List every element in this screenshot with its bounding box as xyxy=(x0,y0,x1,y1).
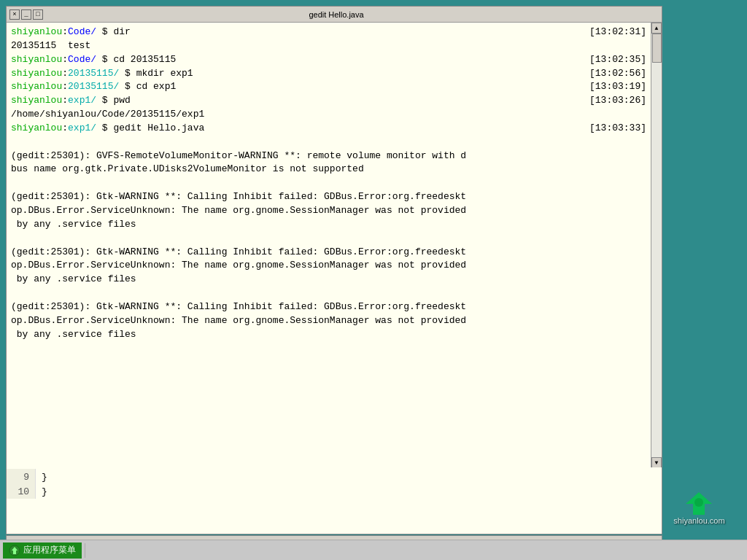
terminal-body: shiyanlou:Code/ $ dir[13:02:31] 20135115… xyxy=(7,23,662,468)
titlebar-buttons: × _ □ xyxy=(9,9,43,20)
warning-line: (gedit:25301): Gtk-WARNING **: Calling I… xyxy=(11,246,646,287)
line-number: 10 xyxy=(7,485,29,499)
terminal-line xyxy=(11,136,646,149)
watermark-icon xyxy=(683,491,716,516)
taskbar: 应用程序菜单 xyxy=(0,540,747,560)
terminal-line xyxy=(11,287,646,300)
maximize-button[interactable]: □ xyxy=(33,9,43,20)
line-number: 9 xyxy=(7,470,29,485)
scroll-thumb[interactable] xyxy=(652,34,662,63)
app-menu-icon xyxy=(9,545,20,556)
scroll-track[interactable] xyxy=(651,34,662,457)
code-line: } xyxy=(42,485,47,499)
minimize-button[interactable]: _ xyxy=(21,9,31,20)
terminal-line: shiyanlou:20135115/ $ cd exp1[13:03:19] xyxy=(11,80,646,94)
terminal-content[interactable]: shiyanlou:Code/ $ dir[13:02:31] 20135115… xyxy=(7,23,651,468)
window-title: gedit Hello.java xyxy=(309,10,363,19)
terminal-line: shiyanlou:20135115/ $ mkdir exp1[13:02:5… xyxy=(11,67,646,81)
editor-content: 9 10 } } xyxy=(7,467,662,499)
terminal-line: shiyanlou:exp1/ $ pwd[13:03:26] xyxy=(11,94,646,108)
scroll-up-button[interactable]: ▲ xyxy=(651,23,662,34)
watermark-logo: shiyanlou.com xyxy=(657,491,741,525)
warning-line: (gedit:25301): Gtk-WARNING **: Calling I… xyxy=(11,190,646,232)
app-menu-label: 应用程序菜单 xyxy=(23,544,76,556)
warning-line: (gedit:25301): GVFS-RemoteVolumeMonitor-… xyxy=(11,149,646,177)
terminal-line xyxy=(11,176,646,190)
app-menu-button[interactable]: 应用程序菜单 xyxy=(3,542,82,559)
watermark: shiyanlou.com xyxy=(657,491,741,534)
editor-bottom: 9 10 } } xyxy=(6,467,662,534)
scrollbar[interactable]: ▲ ▼ xyxy=(651,23,662,468)
terminal-window: × _ □ gedit Hello.java shiyanlou:Code/ $… xyxy=(6,6,662,469)
svg-point-1 xyxy=(694,498,703,507)
terminal-line: shiyanlou:Code/ $ dir[13:02:31] xyxy=(11,26,646,39)
watermark-text: shiyanlou.com xyxy=(673,516,724,525)
code-line: } xyxy=(42,470,47,485)
terminal-line: shiyanlou:Code/ $ cd 20135115[13:02:35] xyxy=(11,53,646,67)
terminal-line: shiyanlou:exp1/ $ gedit Hello.java[13:03… xyxy=(11,122,646,136)
taskbar-divider xyxy=(85,543,85,558)
terminal-line: /home/shiyanlou/Code/20135115/exp1 xyxy=(11,108,646,122)
terminal-titlebar: × _ □ gedit Hello.java xyxy=(7,7,662,23)
code-area[interactable]: } } xyxy=(36,469,47,499)
terminal-line: 20135115 test xyxy=(11,39,646,53)
close-button[interactable]: × xyxy=(9,9,20,20)
terminal-line xyxy=(11,232,646,246)
warning-line: (gedit:25301): Gtk-WARNING **: Calling I… xyxy=(11,300,646,342)
scroll-down-button[interactable]: ▼ xyxy=(651,457,662,468)
line-numbers: 9 10 xyxy=(7,469,36,499)
